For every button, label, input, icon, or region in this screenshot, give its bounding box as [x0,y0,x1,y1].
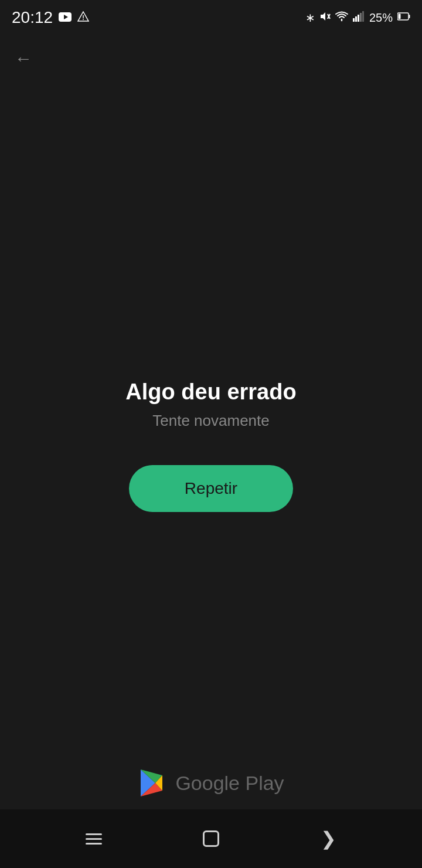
error-title: Algo deu errado [125,379,296,405]
battery-icon [397,12,410,23]
back-chevron-icon: ❯ [321,828,336,850]
svg-rect-11 [362,11,364,22]
battery-level: 25% [369,11,393,25]
back-button[interactable]: ← [6,41,41,76]
nav-bar: ❯ [0,809,422,868]
svg-rect-10 [360,13,362,22]
svg-rect-8 [355,16,357,22]
nav-back-button[interactable]: ❯ [305,821,352,856]
signal-icon [353,11,365,25]
svg-rect-13 [409,15,410,18]
google-play-logo-icon [138,768,167,798]
nav-home-button[interactable] [188,821,234,856]
svg-marker-4 [321,12,325,21]
status-time: 20:12 [12,8,53,27]
home-icon [203,830,219,847]
svg-rect-7 [353,18,355,22]
error-subtitle: Tente novamente [152,412,269,430]
warning-icon: ! [77,11,89,25]
svg-text:!: ! [82,14,84,21]
recent-apps-icon [86,833,102,845]
wifi-icon [335,11,348,25]
bluetooth-icon: ∗ [305,11,315,25]
svg-rect-14 [399,14,401,19]
status-right: ∗ [305,11,410,25]
main-content: Algo deu errado Tente novamente Repetir [0,82,422,809]
svg-rect-9 [358,15,359,22]
mute-icon [320,11,331,25]
google-play-branding: Google Play [0,768,422,798]
retry-button[interactable]: Repetir [129,465,293,512]
back-arrow-icon: ← [15,49,32,69]
youtube-icon [59,11,72,25]
status-left: 20:12 ! [12,8,89,27]
google-play-text: Google Play [175,772,284,795]
nav-recent-button[interactable] [70,821,117,856]
status-bar: 20:12 ! ∗ [0,0,422,35]
